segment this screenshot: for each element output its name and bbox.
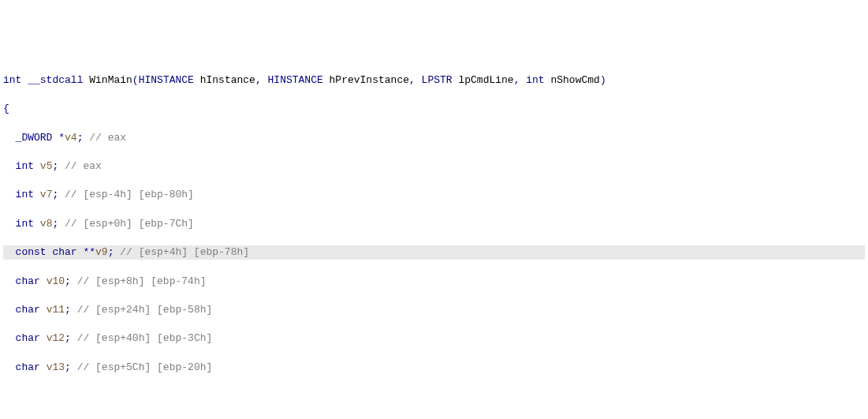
blank-line [3,389,865,403]
decl-line: char v13; // [esp+5Ch] [ebp-20h] [3,361,865,375]
decl-name: v13 [47,361,65,373]
decl-name: v8 [40,218,53,230]
decl-line: _DWORD *v4; // eax [3,131,865,145]
decl-type: const char ** [16,246,95,258]
decl-comment: // [esp+8h] [ebp-74h] [77,275,207,287]
decl-comment: // [esp+5Ch] [ebp-20h] [77,361,213,373]
decl-line: char v10; // [esp+8h] [ebp-74h] [3,275,865,289]
decl-comment: // [esp+0h] [ebp-7Ch] [65,218,194,230]
function-signature: int __stdcall WinMain(HINSTANCE hInstanc… [3,73,865,88]
decl-line-highlighted[interactable]: const char **v9; // [esp+4h] [ebp-78h] [3,245,865,260]
decl-comment: // [esp+4h] [ebp-78h] [120,246,249,258]
decl-comment: // [esp+24h] [ebp-58h] [77,304,213,316]
decl-line: char v11; // [esp+24h] [ebp-58h] [3,303,865,317]
param-type: int [526,74,544,86]
param-type: LPSTR [422,74,453,86]
callconv: __stdcall [28,74,83,86]
decl-comment: // eax [89,132,126,144]
decl-name: v7 [40,189,53,200]
decl-type: char [16,361,40,373]
brace-open: { [3,102,865,116]
decl-name: v4 [65,132,77,144]
decl-line: int v5; // eax [3,159,865,174]
decl-type: _DWORD * [16,132,65,144]
param-name: nShowCmd [550,74,599,86]
decl-type: char [16,275,40,287]
function-name: WinMain [89,74,132,86]
decl-type: char [16,332,40,344]
decl-line: char v12; // [esp+40h] [ebp-3Ch] [3,331,865,346]
decl-name: v5 [40,160,53,172]
decl-line: int v7; // [esp-4h] [ebp-80h] [3,188,865,202]
return-type: int [3,74,21,86]
param-type: HINSTANCE [268,74,323,86]
param-type: HINSTANCE [139,74,194,86]
decl-type: char [16,304,40,316]
decl-name: v10 [47,275,65,287]
decl-name: v12 [47,332,65,344]
decompiler-view[interactable]: int __stdcall WinMain(HINSTANCE hInstanc… [3,59,865,419]
decl-type: int [16,189,34,200]
decl-line: int v8; // [esp+0h] [ebp-7Ch] [3,217,865,231]
decl-name: v9 [95,246,108,258]
param-name: hInstance [200,74,255,86]
decl-comment: // eax [65,160,102,172]
decl-type: int [16,218,34,230]
decl-type: int [16,160,34,172]
decl-comment: // [esp+40h] [ebp-3Ch] [77,332,213,344]
decl-name: v11 [47,304,65,316]
decl-comment: // [esp-4h] [ebp-80h] [65,189,194,200]
param-name: hPrevInstance [330,74,409,86]
param-name: lpCmdLine [458,74,513,86]
